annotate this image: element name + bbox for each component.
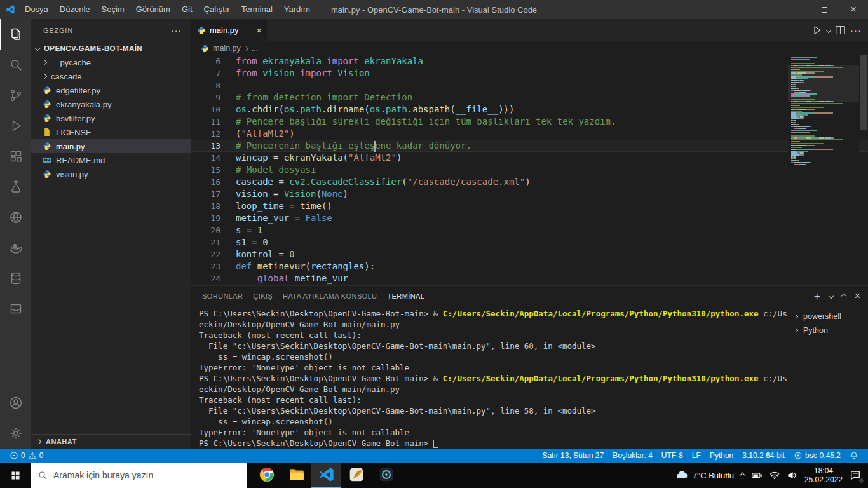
code-line[interactable]: 20s = 1: [191, 224, 868, 236]
file-label: ekranyakala.py: [56, 100, 111, 109]
python-interpreter[interactable]: 3.10.2 64-bit: [738, 449, 789, 463]
code-line[interactable]: 7from vision import Vision: [191, 67, 868, 79]
tree-item-ekranyakala.py[interactable]: ekranyakala.py: [31, 97, 191, 111]
taskbar-python-app[interactable]: [371, 463, 401, 488]
terminal-instance-powershell[interactable]: powershell: [787, 309, 868, 323]
tree-item-hsvfilter.py[interactable]: hsvfilter.py: [31, 111, 191, 125]
notifications-button[interactable]: [845, 449, 863, 463]
tree-item-README.md[interactable]: README.md: [31, 153, 191, 167]
eol-indicator[interactable]: LF: [688, 449, 705, 463]
terminal-instance-python[interactable]: Python: [787, 323, 868, 337]
menu-item[interactable]: Görünüm: [130, 0, 176, 19]
code-line[interactable]: 6from ekranyakala import ekranYakala: [191, 55, 868, 67]
tab-main-py[interactable]: main.py ×: [191, 19, 267, 41]
code-line[interactable]: 21s1 = 0: [191, 236, 868, 248]
activitybar-inbox[interactable]: [0, 294, 31, 324]
menu-item[interactable]: Seçim: [96, 0, 130, 19]
scrollbar-thumb[interactable]: [860, 55, 867, 130]
network-icon[interactable]: [769, 470, 780, 481]
taskbar-vscode[interactable]: [311, 463, 341, 488]
indentation[interactable]: Boşluklar: 4: [608, 449, 657, 463]
activitybar-explorer[interactable]: [0, 19, 31, 50]
code-line[interactable]: 24 global metine_vur: [191, 273, 868, 285]
maximize-button[interactable]: [810, 0, 839, 19]
battery-icon[interactable]: [751, 470, 763, 481]
taskbar-file-explorer[interactable]: [281, 463, 311, 488]
code-line[interactable]: 16cascade = cv2.CascadeClassifier("/casc…: [191, 176, 868, 188]
panel-tab-hata-ayiklama-konsolu[interactable]: HATA AYIKLAMA KONSOLU: [283, 286, 377, 306]
cursor-position[interactable]: Satır 13, Sütun 27: [538, 449, 608, 463]
panel-tab-çikiş[interactable]: ÇIKIŞ: [253, 286, 273, 306]
menu-item[interactable]: Terminal: [236, 0, 278, 19]
volume-icon[interactable]: [787, 470, 798, 481]
code-line[interactable]: 8: [191, 79, 868, 92]
language-mode[interactable]: Python: [705, 449, 738, 463]
tree-root-folder[interactable]: OPENCV-GAME-BOT-MAİN: [31, 41, 191, 55]
code-line[interactable]: 18loop_time = time(): [191, 200, 868, 212]
code-line[interactable]: 14wincap = ekranYakala("AlfaMt2"): [191, 152, 868, 164]
activitybar-account[interactable]: [0, 388, 31, 418]
tree-item-edgefilter.py[interactable]: edgefilter.py: [31, 83, 191, 97]
code-line[interactable]: 23def metinevur(rectangles):: [191, 261, 868, 273]
split-editor-icon[interactable]: [834, 24, 846, 36]
activitybar-extensions[interactable]: [0, 141, 31, 172]
panel-tab-termi̇nal[interactable]: TERMİNAL: [387, 286, 424, 306]
chevron-down-icon[interactable]: [828, 294, 833, 299]
close-panel-icon[interactable]: ×: [855, 291, 860, 301]
taskbar-chrome[interactable]: [252, 463, 281, 488]
menu-item[interactable]: Yardım: [278, 0, 316, 19]
code-line[interactable]: 15# Model dosyası: [191, 164, 868, 176]
code-line[interactable]: 19metine_vur = False: [191, 212, 868, 224]
activitybar-remote-explorer[interactable]: [0, 202, 31, 233]
close-tab-icon[interactable]: ×: [256, 25, 262, 35]
clock[interactable]: 18:04 25.02.2022: [804, 466, 843, 484]
breadcrumb[interactable]: main.py ...: [191, 41, 868, 55]
taskbar-search[interactable]: Aramak için buraya yazın: [31, 463, 247, 488]
more-actions-icon[interactable]: ···: [171, 25, 182, 36]
outline-section[interactable]: ANAHAT: [31, 434, 191, 449]
problems-indicator[interactable]: 0 0: [5, 449, 48, 463]
chevron-up-icon[interactable]: [841, 294, 846, 299]
code-line[interactable]: 11# Pencere başlığı sürekli değiştiği iç…: [191, 116, 868, 128]
minimap[interactable]: [788, 55, 859, 285]
code-line[interactable]: 12("AlfaMt2"): [191, 128, 868, 140]
chevron-down-icon[interactable]: [826, 27, 831, 32]
weather-indicator[interactable]: 7°C Bulutlu: [675, 468, 734, 482]
code-line[interactable]: 9# from detection import Detection: [191, 92, 868, 104]
run-button[interactable]: [811, 24, 823, 36]
minimize-button[interactable]: [780, 0, 810, 19]
tree-item-cascade[interactable]: cascade: [31, 69, 191, 83]
more-actions-icon[interactable]: ···: [850, 25, 862, 36]
terminal-output[interactable]: PS C:\Users\Seckin\Desktop\OpenCV-Game-B…: [191, 306, 787, 449]
start-button[interactable]: [0, 463, 31, 488]
editor[interactable]: 6from ekranyakala import ekranYakala7fro…: [191, 55, 868, 285]
action-center-icon[interactable]: [849, 469, 862, 482]
new-terminal-button[interactable]: +: [814, 291, 820, 302]
tree-item-__pycache__[interactable]: __pycache__: [31, 55, 191, 69]
activitybar-source-control[interactable]: [0, 80, 31, 111]
taskbar-notepad-app[interactable]: [341, 463, 371, 488]
menu-item[interactable]: Git: [176, 0, 198, 19]
activitybar-docker[interactable]: [0, 233, 31, 263]
tree-item-main.py[interactable]: main.py: [31, 139, 191, 153]
activitybar-testing[interactable]: [0, 172, 31, 202]
activitybar-database[interactable]: [0, 263, 31, 294]
menu-item[interactable]: Düzenle: [54, 0, 96, 19]
activitybar-search[interactable]: [0, 50, 31, 80]
tree-item-LICENSE[interactable]: LICENSE: [31, 125, 191, 139]
code-line[interactable]: 22kontrol = 0: [191, 248, 868, 261]
editor-scrollbar[interactable]: [859, 55, 868, 285]
bsc-extension[interactable]: bsc-0.45.2: [789, 449, 845, 463]
menu-item[interactable]: Dosya: [19, 0, 54, 19]
panel-tab-sorunlar[interactable]: SORUNLAR: [202, 286, 243, 306]
code-line[interactable]: 17vision = Vision(None): [191, 188, 868, 200]
activitybar-run-debug[interactable]: [0, 111, 31, 141]
code-line[interactable]: 13# Pencerenin başlığı eşleşene kadar dö…: [191, 140, 868, 152]
code-line[interactable]: 10os.chdir(os.path.dirname(os.path.abspa…: [191, 104, 868, 116]
menu-item[interactable]: Çalıştır: [198, 0, 236, 19]
encoding[interactable]: UTF-8: [657, 449, 688, 463]
activitybar-settings[interactable]: [0, 418, 31, 449]
close-button[interactable]: ×: [839, 0, 868, 19]
tree-item-vision.py[interactable]: vision.py: [31, 167, 191, 181]
hidden-icons-chevron[interactable]: [739, 472, 745, 478]
